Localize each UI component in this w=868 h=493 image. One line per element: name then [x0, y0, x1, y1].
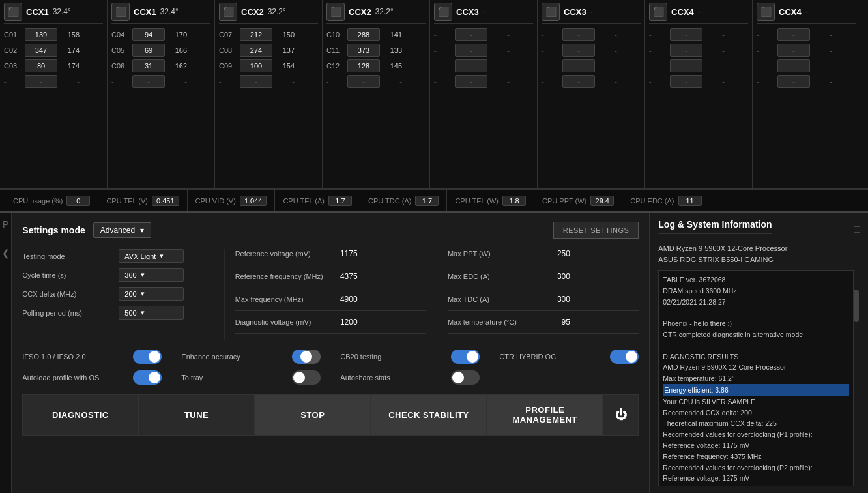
testing-mode-dropdown[interactable]: AVX Light ▾: [119, 249, 184, 263]
enhance-label: Enhance accuracy: [181, 353, 285, 361]
log-scrollbar[interactable]: [854, 270, 860, 486]
log-line-17: Reference voltage: 1275 mV: [663, 473, 849, 484]
core-freq-dash1: [25, 75, 57, 88]
ccx1-left-temp: 32.4°: [53, 7, 71, 16]
ccx-block-4-left: ⬛ CCX4 - - - - - - - - -: [645, 0, 753, 188]
core-freq-c08[interactable]: [240, 44, 272, 57]
ccx2-right-title: CCX2: [349, 7, 371, 17]
core-label-c08: C08: [219, 46, 237, 54]
settings-mode-label: Settings mode: [22, 225, 85, 235]
core-row-ccx3r-1: - -: [542, 28, 641, 41]
toggles-section: IFSO 1.0 / IFSO 2.0 Enhance accuracy CB2…: [22, 350, 639, 364]
core-freq-c09[interactable]: [240, 59, 272, 72]
core-row-ccx3-3: - -: [434, 59, 533, 72]
cycle-time-dropdown[interactable]: 360 ▾: [119, 268, 184, 282]
settings-col-mid: Reference voltage (mV) 1175 Reference fr…: [224, 249, 437, 340]
ccx4-left-header: ⬛ CCX4 -: [649, 3, 748, 24]
core-label-c05: C05: [111, 46, 130, 54]
tune-button[interactable]: TUNE: [139, 394, 255, 436]
enhance-toggle[interactable]: [292, 350, 321, 364]
core-temp-c10: 141: [383, 31, 402, 38]
max-edc-label: Max EDC (A): [448, 273, 539, 280]
core-label-c06: C06: [111, 62, 130, 70]
cpu-ppt-w-value: 29.4: [590, 196, 614, 206]
mode-dropdown[interactable]: Advanced ▾: [93, 222, 151, 238]
max-temp-label: Max temperature (°C): [448, 318, 539, 326]
core-label-c01: C01: [4, 31, 22, 38]
ctr-hybrid-label: CTR HYBRID OC: [499, 353, 603, 361]
log-line-blank2: [663, 340, 849, 351]
check-stability-button[interactable]: CHECK STABILITY: [371, 394, 487, 436]
core-freq-c01[interactable]: [25, 28, 57, 41]
core-label-c10: C10: [326, 31, 345, 38]
core-row-ccx4l-4: - -: [649, 75, 748, 88]
core-freq-c06[interactable]: [132, 59, 165, 72]
sidebar-arrow-up[interactable]: P: [3, 219, 8, 230]
log-maximize-icon[interactable]: □: [854, 224, 860, 235]
core-row-c05: C05 166: [111, 44, 210, 57]
core-freq-c12[interactable]: [347, 59, 380, 72]
autoload-toggle[interactable]: [133, 370, 162, 385]
mode-dropdown-chevron: ▾: [140, 226, 144, 235]
ifso-label: IFSO 1.0 / IFSO 2.0: [22, 353, 126, 361]
ccx3-right-title: CCX3: [564, 7, 586, 17]
ccx-delta-dropdown[interactable]: 200 ▾: [119, 287, 184, 301]
core-label-c04: C04: [111, 31, 130, 38]
core-temp-c03: 174: [60, 62, 80, 70]
ccx1-left-header: ⬛ CCX1 32.4°: [4, 3, 103, 24]
stop-button[interactable]: STOP: [255, 394, 371, 436]
autoshare-toggle[interactable]: [451, 370, 480, 385]
cycle-time-value: 360: [124, 271, 136, 279]
ctr-hybrid-toggle[interactable]: [610, 350, 639, 364]
log-line-13: Recomended values for overclocking (P1 p…: [663, 429, 849, 440]
core-temp-c06: 162: [167, 62, 187, 70]
status-cpu-tel-a: CPU TEL (A) 1.7: [275, 190, 360, 211]
core-row-ccx4r-2: - -: [757, 44, 856, 57]
log-line-3: 02/21/2021 21:28:27: [663, 297, 849, 308]
cpu-tdc-a-label: CPU TDC (A): [368, 197, 411, 205]
ref-freq-label: Reference frequency (MHz): [235, 273, 326, 280]
cpu-tel-a-value: 1.7: [328, 196, 352, 206]
core-val-dash3: -: [275, 78, 295, 85]
core-freq-c11[interactable]: [347, 44, 380, 57]
ccx-block-3-left: ⬛ CCX3 - - - - - - - - -: [430, 0, 538, 188]
core-label-c09: C09: [219, 62, 237, 70]
polling-period-chevron: ▾: [141, 308, 145, 317]
testing-mode-chevron: ▾: [160, 252, 164, 260]
power-button[interactable]: ⏻: [603, 394, 639, 436]
polling-period-dropdown[interactable]: 500 ▾: [119, 306, 184, 320]
core-row-c10: C10 141: [326, 28, 426, 41]
ccx-block-1-right: ⬛ CCX1 32.4° C04 170 C05 166 C06 162 - -: [108, 0, 215, 188]
ref-voltage-label: Reference voltage (mV): [235, 250, 326, 258]
ifso-toggle[interactable]: [133, 350, 162, 364]
sidebar-arrow-down[interactable]: ❮: [2, 248, 10, 258]
core-row-ccx3r-2: - -: [542, 44, 641, 57]
core-temp-c11: 133: [383, 46, 402, 54]
log-scrollbar-thumb[interactable]: [854, 290, 859, 322]
core-freq-c04[interactable]: [132, 28, 165, 41]
core-temp-c12: 145: [383, 62, 402, 70]
core-freq-c07[interactable]: [240, 28, 272, 41]
log-content[interactable]: TABLE ver. 3672068 DRAM speed 3600 MHz 0…: [658, 270, 854, 486]
core-freq-c05[interactable]: [132, 44, 165, 57]
max-edc-value: 300: [544, 272, 570, 281]
core-freq-c10[interactable]: [347, 28, 380, 41]
ccx4-right-title: CCX4: [779, 7, 802, 17]
max-edc-row: Max EDC (A) 300: [448, 272, 639, 281]
cpu-icon-7: ⬛: [649, 3, 667, 21]
autoload-label: Autoload profile with OS: [22, 374, 126, 381]
totray-toggle[interactable]: [292, 370, 321, 385]
cb20-toggle[interactable]: [451, 350, 480, 364]
polling-period-value: 500: [124, 309, 136, 317]
settings-three-col: Testing mode AVX Light ▾ Cycle time (s) …: [22, 249, 639, 340]
core-row-ccx4l-1: - -: [649, 28, 748, 41]
testing-mode-label: Testing mode: [22, 252, 113, 260]
reset-settings-button[interactable]: RESET SETTINGS: [553, 222, 639, 239]
core-label-c07: C07: [219, 31, 237, 38]
profile-management-button[interactable]: PROFILE MANAGEMENT: [487, 394, 603, 436]
diagnostic-button[interactable]: DIAGNOSTIC: [22, 394, 138, 436]
core-freq-c02[interactable]: [25, 44, 57, 57]
cycle-time-label: Cycle time (s): [22, 271, 113, 279]
core-row-ccx3-1: - -: [434, 28, 533, 41]
core-freq-c03[interactable]: [25, 59, 57, 72]
